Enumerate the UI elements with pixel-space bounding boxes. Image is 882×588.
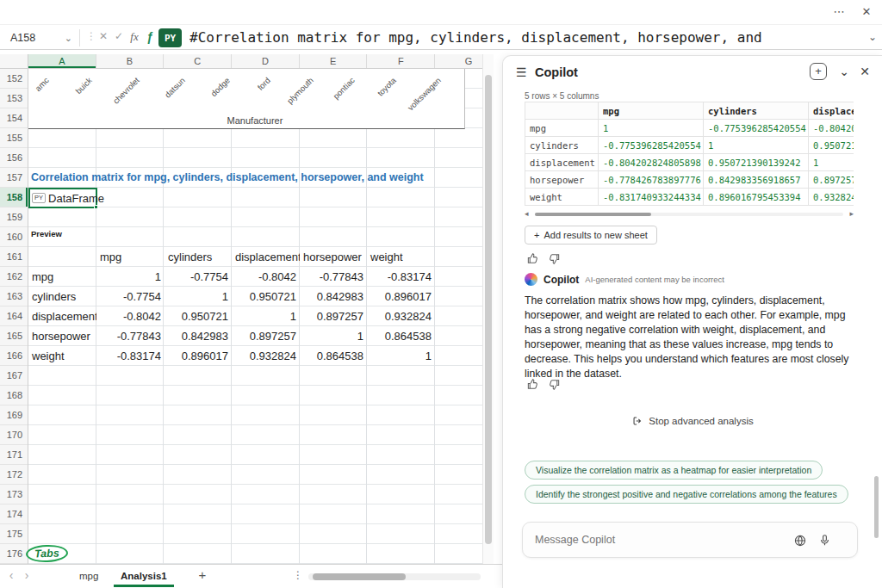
preview-value-cell[interactable]: -0.77843 [96, 326, 165, 346]
preview-value-cell[interactable]: 1 [232, 306, 300, 326]
sheet-nav-left-icon[interactable]: ‹ [5, 568, 17, 582]
embedded-chart[interactable]: amc buick chevrolet datsun dodge ford pl… [28, 69, 465, 129]
row-header[interactable]: 164 [0, 306, 28, 326]
add-results-button[interactable]: + Add results to new sheet [525, 226, 657, 244]
preview-header-cell[interactable]: horsepower [300, 247, 367, 267]
row-header[interactable]: 161 [0, 247, 28, 267]
row-header[interactable]: 155 [0, 128, 28, 148]
column-header[interactable]: A [28, 54, 96, 68]
preview-value-cell[interactable]: 1 [300, 326, 367, 346]
preview-value-cell[interactable]: -0.7754 [96, 287, 165, 306]
preview-value-cell[interactable]: -0.83174 [96, 346, 165, 366]
column-header[interactable]: F [367, 54, 435, 68]
row-header[interactable]: 170 [0, 425, 28, 445]
preview-value-cell[interactable]: -0.8042 [96, 306, 165, 326]
row-header[interactable]: 166 [0, 346, 28, 366]
sheet-tab-analysis1[interactable]: Analysis1 [114, 565, 174, 587]
preview-row-label[interactable]: horsepower [28, 326, 96, 346]
preview-value-cell[interactable]: -0.77843 [300, 267, 367, 287]
preview-value-cell[interactable]: 0.932824 [367, 306, 435, 326]
preview-row-label[interactable]: weight [28, 346, 96, 366]
panel-scrollbar-thumb[interactable] [874, 476, 879, 538]
preview-header-cell[interactable]: weight [367, 247, 435, 267]
result-table-scrollbar[interactable]: ◂ ▸ [525, 210, 854, 219]
insert-function-icon[interactable]: fx [127, 30, 141, 44]
row-header[interactable]: 157 [0, 168, 28, 188]
row-header[interactable]: 159 [0, 207, 28, 227]
preview-value-cell[interactable]: 0.897257 [300, 306, 367, 326]
cancel-icon[interactable]: ✕ [96, 30, 110, 42]
horizontal-scrollbar-thumb[interactable] [313, 573, 406, 580]
row-header[interactable]: 154 [0, 108, 28, 128]
preview-row-label[interactable]: cylinders [28, 287, 96, 306]
preview-header-cell[interactable]: mpg [96, 247, 165, 267]
row-header[interactable]: 165 [0, 326, 28, 346]
row-header[interactable]: 174 [0, 504, 28, 524]
row-header[interactable]: 162 [0, 267, 28, 287]
row-header[interactable]: 175 [0, 524, 28, 544]
column-header[interactable]: C [164, 54, 232, 68]
close-panel-icon[interactable]: ✕ [860, 65, 870, 77]
window-close-icon[interactable]: ✕ [858, 4, 875, 20]
preview-value-cell[interactable]: 0.842983 [300, 287, 367, 306]
preview-value-cell[interactable]: -0.7754 [165, 267, 232, 287]
column-header[interactable]: E [300, 54, 368, 68]
new-chat-icon[interactable]: + [810, 63, 827, 80]
name-box-chevron-icon[interactable]: ⌄ [65, 33, 72, 44]
row-header[interactable]: 172 [0, 465, 28, 485]
row-header[interactable]: 169 [0, 405, 28, 425]
thumbs-down-icon[interactable] [548, 252, 561, 265]
python-formula-icon[interactable]: ƒ [143, 30, 157, 44]
row-header[interactable]: 171 [0, 445, 28, 465]
menu-icon[interactable]: ☰ [516, 66, 527, 78]
suggestion-chip[interactable]: Visualize the correlation matrix as a he… [525, 461, 823, 480]
row-header[interactable]: 176 [0, 544, 28, 564]
row-header[interactable]: 158 [0, 188, 28, 207]
stop-advanced-analysis-button[interactable]: Stop advanced analysis [503, 415, 882, 427]
table-scroll-left-icon[interactable]: ◂ [525, 209, 529, 218]
correlation-heading-cell[interactable]: Correlation matrix for mpg, cylinders, d… [31, 168, 424, 188]
plugins-icon[interactable] [793, 534, 807, 548]
thumbs-up-icon[interactable] [526, 378, 539, 391]
preview-value-cell[interactable]: 0.950721 [232, 287, 300, 306]
preview-value-cell[interactable]: 0.896017 [165, 346, 232, 366]
preview-value-cell[interactable]: -0.83174 [367, 267, 435, 287]
column-header[interactable]: B [96, 54, 165, 68]
preview-value-cell[interactable]: 0.864538 [300, 346, 367, 366]
preview-value-cell[interactable]: 1 [165, 287, 232, 306]
suggestion-chip[interactable]: Identify the strongest positive and nega… [525, 485, 848, 504]
preview-value-cell[interactable]: 0.842983 [165, 326, 232, 346]
table-scrollbar-thumb[interactable] [535, 213, 651, 216]
preview-header-cell[interactable]: cylinders [165, 247, 232, 267]
row-header[interactable]: 168 [0, 386, 28, 405]
active-cell[interactable]: PY DataFrame [28, 188, 97, 208]
preview-label-cell[interactable]: Preview [31, 229, 62, 238]
row-header[interactable]: 167 [0, 366, 28, 386]
preview-value-cell[interactable]: 0.897257 [232, 326, 300, 346]
column-header[interactable]: D [232, 54, 300, 68]
row-header[interactable]: 153 [0, 89, 28, 108]
name-box[interactable]: A158 ⌄ [5, 28, 78, 48]
worksheet-grid[interactable]: amc buick chevrolet datsun dodge ford pl… [28, 69, 482, 564]
preview-row-label[interactable]: mpg [28, 267, 96, 287]
sheet-nav-right-icon[interactable]: › [21, 568, 33, 582]
more-options-icon[interactable]: ⋯ [830, 4, 848, 20]
preview-value-cell[interactable]: 1 [96, 267, 165, 287]
preview-value-cell[interactable]: -0.8042 [232, 267, 300, 287]
add-sheet-icon[interactable]: + [195, 567, 210, 582]
table-scroll-right-icon[interactable]: ▸ [849, 209, 854, 218]
sheet-options-icon[interactable]: ⋮ [293, 569, 303, 581]
confirm-icon[interactable]: ✓ [112, 30, 126, 42]
preview-value-cell[interactable]: 0.932824 [232, 346, 300, 366]
preview-value-cell[interactable]: 1 [367, 346, 435, 366]
row-header[interactable]: 173 [0, 485, 28, 504]
thumbs-down-icon[interactable] [548, 378, 561, 391]
row-header[interactable]: 156 [0, 148, 28, 168]
sheet-tab-mpg[interactable]: mpg [72, 565, 105, 587]
row-header[interactable]: 163 [0, 287, 28, 306]
preview-value-cell[interactable]: 0.896017 [367, 287, 435, 306]
formula-bar-expand-icon[interactable]: ⌄ [868, 31, 877, 43]
fill-handle[interactable] [94, 205, 98, 209]
preview-value-cell[interactable]: 0.950721 [165, 306, 232, 326]
preview-row-label[interactable]: displacement [28, 306, 96, 326]
